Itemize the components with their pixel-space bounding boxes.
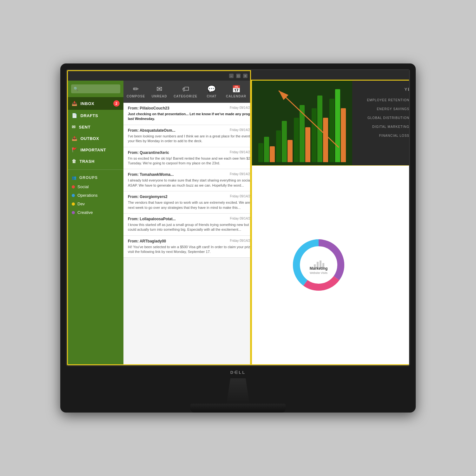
- email-preview-6: I know this started off as just a small …: [128, 222, 250, 232]
- toolbar-categorize[interactable]: 🏷 CATEGORIZE: [174, 85, 197, 98]
- bar-chart: [252, 81, 352, 165]
- operations-label: Operations: [77, 193, 98, 198]
- chat-icon: 💬: [207, 85, 216, 93]
- yearly-review-title: YEARLY REVIEW: [359, 87, 410, 92]
- sent-label: SENT: [79, 125, 91, 129]
- email-from-7: From: ARTbaglady00: [128, 239, 166, 243]
- donut-chart: Marketing Website Visits: [290, 236, 347, 294]
- trash-icon: 🗑: [72, 159, 76, 164]
- metric-row-4: FINANCIAL LOSS 10%: [359, 133, 410, 138]
- sidebar-item-inbox[interactable]: 📥 INBOX 2: [68, 97, 123, 110]
- email-item-4[interactable]: From: TomahawkWoma... Friday 09/14/2019 …: [123, 169, 250, 191]
- calendar-icon: 📅: [232, 85, 241, 93]
- email-date-3: Friday 09/14/2019 03:52 PM: [230, 150, 250, 155]
- email-header-1: From: PillalooCouch23 Friday 09/14/2019 …: [128, 106, 250, 110]
- metric-label-4: FINANCIAL LOSS: [359, 134, 409, 137]
- calendar-label: CALENDAR: [226, 95, 246, 98]
- inbox-badge: 2: [113, 100, 120, 107]
- drafts-label: DRAFTS: [81, 113, 98, 118]
- sidebar-item-drafts[interactable]: 📄 DRAFTS: [68, 110, 123, 121]
- email-header-2: From: AbsquatulateOsm... Friday 09/14/20…: [128, 128, 250, 133]
- email-header-5: From: Georgiemyers2 Friday 09/14/2019 11…: [128, 195, 250, 199]
- close-button[interactable]: ✕: [243, 74, 248, 78]
- email-from-4: From: TomahawkWoma...: [128, 172, 174, 177]
- email-preview-4: I already told everyone to make sure tha…: [128, 178, 250, 188]
- important-icon: 🚩: [72, 147, 77, 152]
- sidebar-item-outbox[interactable]: 📤 OUTBOX: [68, 133, 123, 144]
- email-from-6: From: LollapaloosaPotat...: [128, 217, 176, 221]
- email-date-1: Friday 09/14/2019 05:11 PM: [230, 106, 250, 110]
- email-item-5[interactable]: From: Georgiemyers2 Friday 09/14/2019 11…: [123, 191, 250, 214]
- toolbar-unread[interactable]: ✉ UNREAD: [151, 85, 167, 98]
- compose-icon: ✏: [133, 85, 139, 93]
- email-item-6[interactable]: From: LollapaloosaPotat... Friday 09/14/…: [123, 214, 250, 236]
- email-from-3: From: QuarantineXeric: [128, 150, 169, 155]
- email-date-7: Friday 09/14/2019 10:18 AM: [230, 239, 250, 243]
- toolbar-calendar[interactable]: 📅 CALENDAR: [226, 85, 246, 98]
- group-item-creative[interactable]: Creative: [72, 208, 120, 217]
- sidebar-item-important[interactable]: 🚩 IMPORTANT: [68, 144, 123, 155]
- sidebar-divider: [68, 169, 123, 170]
- email-header-7: From: ARTbaglady00 Friday 09/14/2019 10:…: [128, 239, 250, 243]
- sidebar-item-sent[interactable]: ✉ SENT: [68, 121, 123, 133]
- email-header-4: From: TomahawkWoma... Friday 09/14/2019 …: [128, 172, 250, 177]
- monitor: – ⊡ ✕ 🔍 📥 INBOX 2: [60, 63, 416, 413]
- unread-icon: ✉: [156, 85, 162, 93]
- groups-icon: 👥: [72, 175, 77, 180]
- email-date-5: Friday 09/14/2019 11:41 AM: [230, 195, 250, 199]
- email-preview-1: Just checking on that presentation... Le…: [128, 112, 250, 122]
- email-from-1: From: PillalooCouch23: [128, 106, 169, 110]
- trash-label: TRASH: [80, 159, 95, 164]
- right-panel: – ⊡ ✕: [251, 70, 410, 365]
- email-item-1[interactable]: From: PillalooCouch23 Friday 09/14/2019 …: [123, 103, 250, 125]
- maximize-button[interactable]: ⊡: [236, 74, 241, 78]
- outbox-label: OUTBOX: [81, 136, 99, 141]
- chart-area: YEARLY REVIEW EMPLOYEE RETENTION 90% ENE…: [251, 80, 410, 165]
- email-preview-5: The vendors that have signed on to work …: [128, 200, 250, 210]
- toolbar-chat[interactable]: 💬 CHAT: [204, 85, 220, 98]
- email-item-7[interactable]: From: ARTbaglady00 Friday 09/14/2019 10:…: [123, 236, 250, 258]
- yearly-review-panel: YEARLY REVIEW EMPLOYEE RETENTION 90% ENE…: [352, 81, 410, 165]
- metric-row-0: EMPLOYEE RETENTION 90%: [359, 97, 410, 102]
- search-bar[interactable]: 🔍: [71, 84, 120, 93]
- monitor-stand-neck: [225, 378, 251, 404]
- groups-label: 👥 GROUPS: [72, 175, 120, 180]
- email-title-bar: – ⊡ ✕: [68, 71, 250, 81]
- compose-label: COMPOSE: [127, 95, 145, 98]
- categorize-icon: 🏷: [182, 85, 189, 93]
- email-list: From: PillalooCouch23 Friday 09/14/2019 …: [123, 103, 250, 364]
- group-item-social[interactable]: Social: [72, 182, 120, 191]
- email-item-3[interactable]: From: QuarantineXeric Friday 09/14/2019 …: [123, 147, 250, 169]
- monitor-brand: D∈LL: [230, 370, 246, 375]
- sidebar: 🔍 📥 INBOX 2 📄 DRAFTS ✉: [68, 81, 123, 364]
- email-preview-3: I'm so excited for the ski trip! Barrett…: [128, 156, 250, 166]
- email-from-5: From: Georgiemyers2: [128, 195, 168, 199]
- email-date-2: Friday 09/14/2019 04:07 PM: [230, 128, 250, 133]
- toolbar-compose[interactable]: ✏ COMPOSE: [127, 85, 145, 98]
- email-header-6: From: LollapaloosaPotat... Friday 09/14/…: [128, 217, 250, 221]
- categorize-label: CATEGORIZE: [174, 95, 197, 98]
- creative-label: Creative: [77, 210, 93, 215]
- monitor-stand-base: [190, 404, 286, 413]
- group-item-dev[interactable]: Dev: [72, 200, 120, 208]
- screen: – ⊡ ✕ 🔍 📥 INBOX 2: [66, 69, 410, 366]
- search-icon: 🔍: [74, 87, 78, 91]
- donut-svg: Marketing Website Visits: [290, 236, 347, 294]
- minimize-button[interactable]: –: [229, 74, 234, 78]
- operations-dot: [72, 194, 75, 197]
- svg-text:Website Visits: Website Visits: [310, 271, 328, 274]
- email-date-6: Friday 09/14/2019 11:32 AM: [230, 217, 250, 221]
- email-item-2[interactable]: From: AbsquatulateOsm... Friday 09/14/20…: [123, 125, 250, 147]
- email-client: – ⊡ ✕ 🔍 📥 INBOX 2: [67, 70, 251, 365]
- metric-row-3: DIGITAL MARKETING 30%: [359, 124, 410, 129]
- drafts-icon: 📄: [72, 113, 77, 118]
- creative-dot: [72, 211, 75, 214]
- email-date-4: Friday 09/14/2019 02:13 PM: [230, 172, 250, 177]
- sidebar-item-trash[interactable]: 🗑 TRASH: [68, 155, 123, 167]
- metric-label-0: EMPLOYEE RETENTION: [359, 98, 409, 102]
- metric-row-2: GLOBAL DISTRIBUTION 50%: [359, 115, 410, 120]
- right-title-bar: – ⊡ ✕: [251, 70, 410, 80]
- metric-label-2: GLOBAL DISTRIBUTION: [359, 116, 409, 120]
- donut-area: Marketing Website Visits Q1 315 4,677: [251, 165, 410, 365]
- group-item-operations[interactable]: Operations: [72, 191, 120, 200]
